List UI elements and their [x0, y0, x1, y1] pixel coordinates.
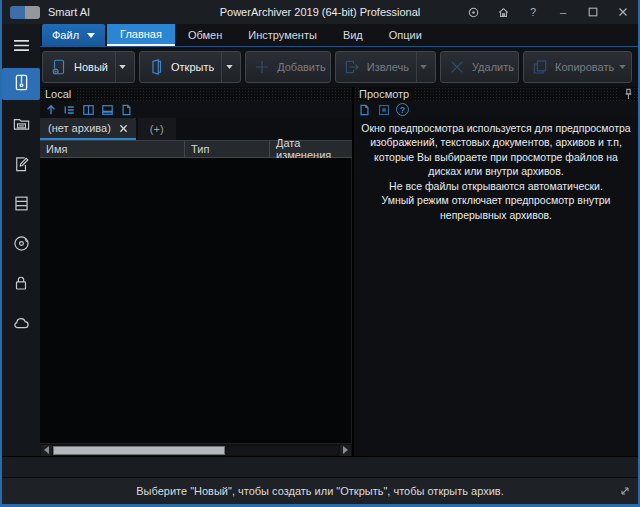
copy-button[interactable]: Копировать	[523, 51, 632, 83]
lock-icon	[12, 274, 30, 296]
local-panel-header: Local	[40, 87, 352, 101]
open-archive-label: Открыть	[171, 61, 214, 73]
pin-icon[interactable]	[619, 88, 633, 100]
list-view-icon[interactable]	[62, 103, 77, 117]
tab-tools[interactable]: Инструменты	[235, 24, 330, 46]
title-bar: Smart AI PowerArchiver 2019 (64-bit) Pro…	[2, 0, 638, 24]
preview-panel-header: Просмотр	[354, 87, 638, 101]
extract-label: Извлечь	[367, 61, 409, 73]
new-archive-icon	[50, 58, 68, 76]
sidebar-item-encrypt[interactable]	[2, 268, 40, 302]
extract-button[interactable]: Извлечь	[335, 51, 436, 83]
preview-line-3: Умный режим отключает предпросмотр внутр…	[360, 193, 632, 222]
preview-line-2: Не все файлы открываются автоматически.	[360, 179, 632, 193]
scroll-right-button[interactable]	[340, 445, 351, 456]
delete-icon	[448, 58, 466, 76]
tab-view[interactable]: Вид	[330, 24, 376, 46]
window-controls: ? –	[458, 0, 638, 24]
new-tab-button[interactable]: (+)	[138, 118, 176, 140]
scrollbar-track[interactable]	[53, 446, 339, 455]
local-toolbar	[40, 101, 352, 118]
open-archive-button[interactable]: Открыть	[139, 51, 241, 83]
preview-panel: Просмотр ? Окно предпросмотра исп	[354, 87, 638, 456]
local-panel-title: Local	[45, 87, 77, 101]
add-files-button[interactable]: Добавить	[245, 51, 331, 83]
help-icon[interactable]: ?	[395, 103, 410, 117]
delete-label: Удалить	[472, 61, 514, 73]
copy-dropdown[interactable]	[617, 52, 627, 82]
column-header-type[interactable]: Тип	[185, 141, 270, 157]
preview-line-1: Окно предпросмотра используется для пред…	[360, 121, 632, 179]
scroll-left-button[interactable]	[41, 445, 52, 456]
delete-button[interactable]: Удалить	[440, 51, 519, 83]
extract-icon	[343, 58, 361, 76]
preview-description: Окно предпросмотра используется для пред…	[354, 118, 638, 225]
chevron-down-icon	[226, 65, 233, 69]
open-icon	[147, 58, 165, 76]
tab-share[interactable]: Обмен	[175, 24, 235, 46]
sidebar-item-archive[interactable]	[2, 68, 40, 100]
file-icon[interactable]	[119, 103, 134, 117]
edit-document-icon	[12, 154, 31, 177]
bottom-panel-icon[interactable]	[100, 103, 115, 117]
open-archive-dropdown[interactable]	[221, 52, 236, 82]
columns-view-icon[interactable]	[81, 103, 96, 117]
help-button[interactable]: ?	[518, 0, 548, 24]
disc-burner-icon	[12, 234, 31, 257]
logo-text: Smart AI	[48, 6, 90, 18]
menu-icon[interactable]	[2, 30, 40, 60]
minimize-button[interactable]: –	[548, 0, 578, 24]
add-files-label: Добавить	[277, 61, 326, 73]
file-menu-button[interactable]: Файл	[42, 24, 105, 46]
chevron-down-icon	[619, 65, 626, 69]
up-arrow-icon[interactable]	[43, 103, 58, 117]
new-archive-dropdown[interactable]	[115, 52, 130, 82]
app-window: Smart AI PowerArchiver 2019 (64-bit) Pro…	[0, 0, 640, 507]
new-archive-button[interactable]: Новый	[42, 51, 135, 83]
scrollbar-thumb[interactable]	[53, 446, 225, 455]
extract-dropdown[interactable]	[416, 52, 431, 82]
close-tab-icon[interactable]	[119, 124, 128, 133]
document-preview-icon[interactable]	[357, 103, 372, 117]
preview-toolbar: ?	[354, 101, 638, 118]
tab-home[interactable]: Главная	[107, 24, 175, 46]
column-header-date[interactable]: Дата изменения	[270, 141, 352, 157]
bottom-strip	[2, 456, 638, 477]
add-icon	[253, 58, 271, 76]
status-bar: Выберите "Новый", чтобы создать или "Отк…	[2, 477, 638, 504]
new-archive-label: Новый	[74, 61, 108, 73]
chevron-down-icon	[119, 65, 126, 69]
preview-panel-title: Просмотр	[359, 87, 415, 101]
main-toolbar: Новый Открыть Добавить	[40, 47, 638, 87]
archive-tab-label: (нет архива)	[48, 122, 111, 134]
sidebar-item-burner[interactable]	[2, 228, 40, 262]
file-list[interactable]	[40, 158, 352, 443]
column-header-name[interactable]: Имя	[40, 141, 185, 157]
chevron-down-icon	[87, 33, 95, 38]
copy-icon	[531, 58, 549, 76]
image-preview-icon[interactable]	[376, 103, 391, 117]
close-button[interactable]	[608, 0, 638, 24]
local-panel: Local	[40, 87, 352, 456]
folder-drive-icon	[12, 114, 31, 137]
horizontal-scrollbar[interactable]	[40, 443, 352, 456]
sidebar-item-backup[interactable]	[2, 108, 40, 142]
sidebar-item-cloud[interactable]	[2, 308, 40, 342]
cloud-icon	[11, 313, 31, 337]
maximize-button[interactable]	[578, 0, 608, 24]
app-frame: Smart AI PowerArchiver 2019 (64-bit) Pro…	[2, 0, 638, 504]
theme-icon[interactable]	[458, 0, 488, 24]
sidebar	[2, 24, 40, 456]
status-text: Выберите "Новый", чтобы создать или "Отк…	[136, 485, 503, 497]
resize-grip-icon[interactable]	[619, 485, 631, 497]
archive-icon	[12, 73, 31, 96]
archive-tab[interactable]: (нет архива)	[40, 118, 136, 140]
copy-label: Копировать	[555, 61, 614, 73]
tab-options[interactable]: Опции	[376, 24, 435, 46]
file-menu-label: Файл	[52, 29, 79, 41]
sidebar-item-queue[interactable]	[2, 188, 40, 222]
smart-ai-logo-icon	[10, 6, 40, 19]
ribbon-tab-bar: Файл Главная Обмен Инструменты Вид Опции	[40, 24, 638, 47]
sidebar-item-edit[interactable]	[2, 148, 40, 182]
home-icon[interactable]	[488, 0, 518, 24]
